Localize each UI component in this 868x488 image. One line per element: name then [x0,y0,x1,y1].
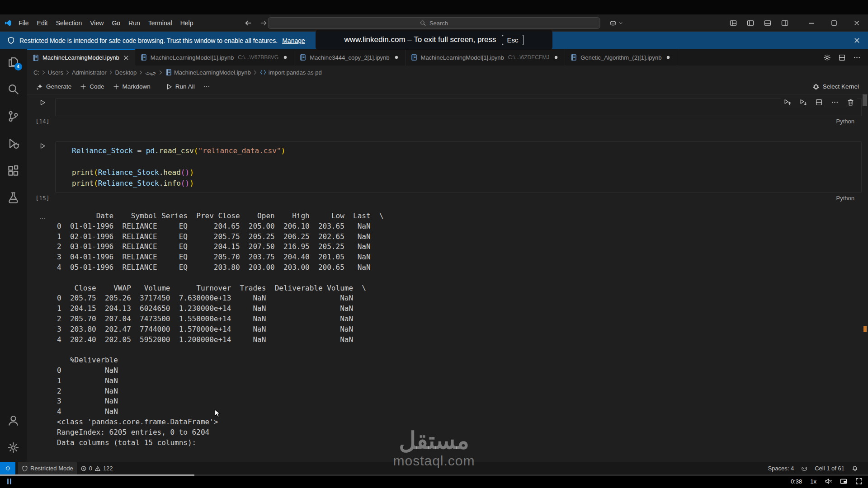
titlebar-actions [730,14,868,31]
video-timestamp: 0:38 [791,478,802,485]
generate-button[interactable]: Generate [33,81,75,92]
breadcrumb-item[interactable]: MachineLearningModel.ipynb [165,69,251,76]
more-icon [203,83,210,90]
tab-label: MachineLearningModel.ipynb [42,54,119,61]
vertical-scrollbar[interactable] [862,94,868,462]
close-tab-icon[interactable] [123,54,130,61]
video-progress-bar[interactable] [0,474,868,476]
customize-layout-icon[interactable] [730,19,737,27]
unsaved-dot-icon[interactable] [665,54,672,61]
copilot-status[interactable] [797,465,811,472]
manage-link[interactable]: Manage [282,37,305,44]
tab-5[interactable]: Genetic_Algorithm_(2)[1].ipynb [565,49,677,66]
menu-go[interactable]: Go [108,17,124,29]
menu-terminal[interactable]: Terminal [144,17,176,29]
breadcrumb-item[interactable]: جيت [145,69,156,76]
window-close-button[interactable] [845,14,868,31]
execute-above-icon[interactable] [783,99,791,106]
toolbar-more-button[interactable] [199,81,214,92]
cell-indicator-label: Cell 1 of 61 [815,465,844,472]
nav-back-icon[interactable] [244,19,252,27]
esc-key-badge: Esc [502,35,524,45]
activity-accounts[interactable] [3,409,24,431]
unsaved-dot-icon[interactable] [282,54,289,61]
menu-selection[interactable]: Selection [52,17,86,29]
breadcrumb-item[interactable]: Users [48,69,63,76]
activity-source-control[interactable] [3,105,24,127]
window-maximize-button[interactable] [823,14,845,31]
volume-muted-icon[interactable] [825,478,832,485]
problems-status[interactable]: 0 122 [77,462,117,474]
menu-view[interactable]: View [86,17,108,29]
titlebar: FileEditSelectionViewGoRunTerminalHelp S… [0,14,868,32]
breadcrumb-item[interactable]: C: [33,69,39,76]
menu-edit[interactable]: Edit [33,17,52,29]
run-all-button[interactable]: Run All [162,81,198,92]
cell-editor[interactable]: Reliance_Stock = pd.read_csv("reliance_d… [55,141,862,193]
select-kernel-label: Select Kernel [823,83,859,90]
more-actions-icon[interactable] [853,54,861,61]
split-cell-icon[interactable] [815,99,823,106]
command-center-search[interactable]: Search [268,17,600,29]
notebook-settings-icon[interactable] [823,54,831,61]
split-editor-icon[interactable] [838,54,846,61]
run-all-label: Run All [175,83,195,90]
activity-testing[interactable] [3,187,24,208]
activity-settings[interactable] [3,436,24,458]
add-markdown-cell-button[interactable]: Markdown [109,81,154,92]
add-code-cell-button[interactable]: Code [76,81,108,92]
run-cell-button[interactable] [39,142,46,150]
notebook-cell-14[interactable]: [14] Python [30,98,862,126]
menu-run[interactable]: Run [124,17,144,29]
toggle-sidebar-icon[interactable] [747,19,754,27]
scrollbar-thumb[interactable] [863,94,867,106]
video-letterbox-top [0,0,868,14]
remote-indicator[interactable] [0,462,15,474]
tab-3[interactable]: Machine3444_copy_2[1].ipynb [294,49,405,66]
cell-gutter: [15] [30,141,55,203]
tab-2[interactable]: MachineLearningModel[1].ipynbC:\...\V67B… [135,49,294,66]
indentation-status[interactable]: Spaces: 4 [764,465,797,472]
restricted-mode-status[interactable]: Restricted Mode [18,462,77,474]
run-cell-button[interactable] [39,99,46,106]
unsaved-dot-icon[interactable] [552,54,560,61]
cell-indicator-status[interactable]: Cell 1 of 61 [811,465,848,472]
cell-editor[interactable] [55,98,862,116]
menu-file[interactable]: File [14,17,33,29]
tab-1[interactable]: MachineLearningModel.ipynb [27,49,135,66]
picture-in-picture-icon[interactable] [840,478,847,485]
activity-run-debug[interactable] [3,132,24,154]
cell-language-picker[interactable]: Python [836,195,854,202]
notebook-cell-15[interactable]: [15] Reliance_Stock = pd.read_csv("relia… [30,141,862,203]
cell-more-actions-icon[interactable] [831,99,839,106]
pause-button[interactable] [5,478,13,485]
output-more-actions-icon[interactable] [39,215,46,222]
delete-cell-icon[interactable] [847,99,854,106]
nav-forward-icon[interactable] [259,19,268,27]
breadcrumb-item[interactable]: Administrator [72,69,107,76]
notifications-status[interactable] [848,465,862,472]
fullscreen-icon[interactable] [855,478,863,485]
cell-language-picker[interactable]: Python [836,118,854,125]
playback-rate-button[interactable]: 1x [810,478,816,485]
breadcrumb-item[interactable]: import pandas as pd [259,69,322,76]
tab-bar: MachineLearningModel.ipynbMachineLearnin… [27,49,868,66]
breadcrumb-item[interactable]: Desktop [115,69,137,76]
execute-below-icon[interactable] [799,99,807,106]
copilot-menu-button[interactable] [609,19,623,27]
select-kernel-button[interactable]: Select Kernel [812,83,863,90]
window-minimize-button[interactable] [800,14,823,31]
tab-4[interactable]: MachineLearningModel[1].ipynbC:\...\6ZDE… [406,49,566,66]
menu-help[interactable]: Help [176,17,198,29]
toggle-panel-icon[interactable] [764,19,771,27]
notebook-toolbar: Generate Code Markdown Run All [27,79,868,94]
search-icon [7,83,19,95]
unsaved-dot-icon[interactable] [393,54,400,61]
activity-explorer[interactable]: 4 [3,51,24,73]
activity-search[interactable] [3,78,24,100]
search-icon [420,20,426,26]
banner-close-icon[interactable] [853,37,861,44]
activity-extensions[interactable] [3,160,24,181]
breadcrumb-separator-icon [137,69,144,76]
toggle-secondary-sidebar-icon[interactable] [781,19,788,27]
